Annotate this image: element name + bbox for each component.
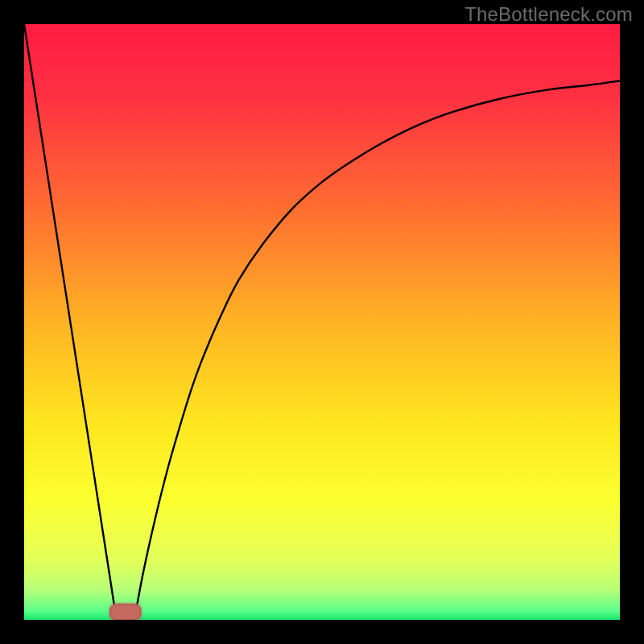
chart-frame: TheBottleneck.com [0, 0, 644, 644]
bottom-marker [109, 603, 142, 620]
watermark-text: TheBottleneck.com [464, 3, 633, 26]
bottleneck-chart [24, 24, 620, 620]
marker-shape [110, 605, 140, 620]
plot-background [24, 24, 620, 620]
